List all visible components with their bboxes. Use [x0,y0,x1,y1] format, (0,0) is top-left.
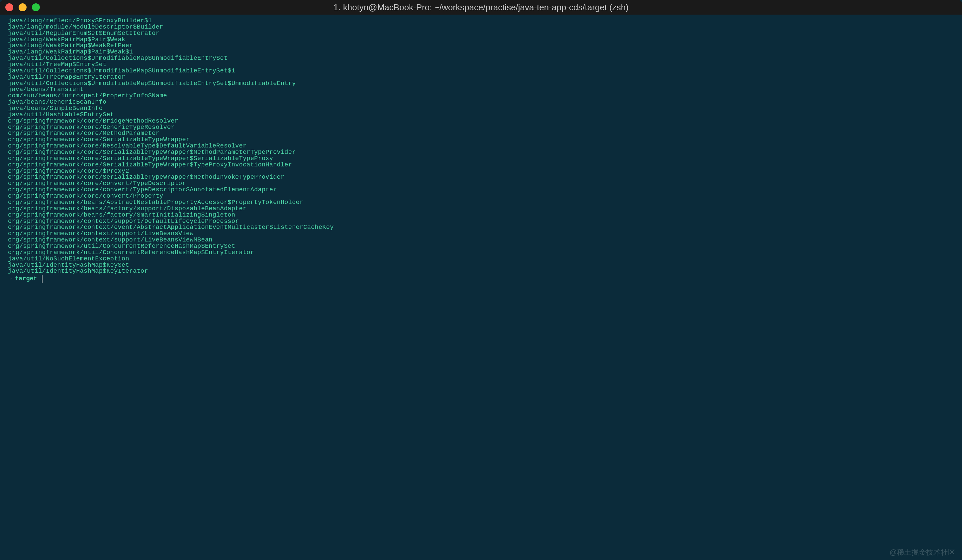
terminal-output-line: java/util/TreeMap$EntryIterator [8,74,954,81]
terminal-output-line: java/util/IdentityHashMap$KeySet [8,262,954,269]
maximize-window-button[interactable] [32,3,40,11]
minimize-window-button[interactable] [19,3,27,11]
terminal-output-line: java/lang/WeakPairMap$WeakRefPeer [8,43,954,49]
window-title: 1. khotyn@MacBook-Pro: ~/workspace/pract… [334,2,628,13]
terminal-output-line: java/util/Collections$UnmodifiableMap$Un… [8,81,954,87]
close-window-button[interactable] [5,3,13,11]
terminal-output-line: org/springframework/util/ConcurrentRefer… [8,244,954,250]
terminal-output-line: java/util/NoSuchElementException [8,256,954,262]
terminal-output-line: org/springframework/util/ConcurrentRefer… [8,250,954,256]
prompt-directory: target [15,276,37,282]
terminal-output-line: org/springframework/core/BridgeMethodRes… [8,118,954,124]
terminal-output-line: org/springframework/core/SerializableTyp… [8,156,954,162]
terminal-output-line: java/beans/SimpleBeanInfo [8,106,954,112]
terminal-output-line: java/lang/module/ModuleDescriptor$Builde… [8,24,954,31]
terminal-output-line: org/springframework/beans/factory/SmartI… [8,212,954,219]
terminal-output-line: java/util/RegularEnumSet$EnumSetIterator [8,31,954,37]
watermark: @稀土掘金技术社区 [889,549,956,556]
terminal-window: 1. khotyn@MacBook-Pro: ~/workspace/pract… [0,0,962,560]
prompt-line[interactable]: → target [8,275,954,282]
terminal-output-line: java/lang/WeakPairMap$Pair$Weak [8,37,954,43]
terminal-output-line: java/util/Collections$UnmodifiableMap$Un… [8,55,954,62]
terminal-output-line: java/util/Hashtable$EntrySet [8,112,954,118]
terminal-output-line: com/sun/beans/introspect/PropertyInfo$Na… [8,93,954,99]
terminal-output-line: org/springframework/beans/factory/suppor… [8,206,954,212]
terminal-output-line: org/springframework/beans/AbstractNestab… [8,200,954,206]
titlebar: 1. khotyn@MacBook-Pro: ~/workspace/pract… [0,0,962,15]
terminal-body[interactable]: java/lang/reflect/Proxy$ProxyBuilder$1ja… [0,15,962,560]
terminal-output-line: java/util/IdentityHashMap$KeyIterator [8,268,954,275]
terminal-output-line: java/util/Collections$UnmodifiableMap$Un… [8,68,954,74]
traffic-lights [5,3,40,11]
prompt-arrow-icon: → [8,276,11,282]
terminal-output-line: java/beans/GenericBeanInfo [8,99,954,106]
terminal-output-line: org/springframework/core/SerializableTyp… [8,162,954,168]
cursor-icon [42,275,42,282]
